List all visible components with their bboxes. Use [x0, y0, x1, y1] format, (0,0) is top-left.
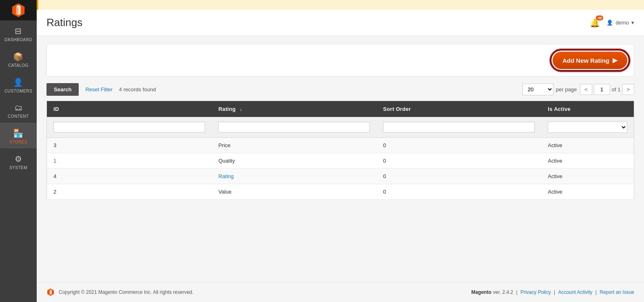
account-activity-link[interactable]: Account Activity — [558, 289, 592, 295]
sidebar: ⊟ Dashboard 📦 Catalog 👤 Customers 🗂 Cont… — [0, 0, 37, 302]
user-avatar-icon: 👤 — [606, 20, 613, 26]
cell-sort-order: 0 — [376, 184, 541, 200]
dashboard-icon: ⊟ — [15, 26, 22, 36]
footer-version: ver. 2.4.2 — [493, 289, 513, 295]
privacy-policy-link[interactable]: Privacy Policy — [520, 289, 551, 295]
reset-filter-button[interactable]: Reset Filter — [84, 83, 114, 96]
user-name: demo — [615, 20, 629, 26]
toolbar-left: Search Reset Filter 4 records found — [46, 83, 156, 96]
filter-id[interactable] — [53, 122, 205, 132]
filter-is-active[interactable]: ActiveInactive — [548, 121, 627, 133]
cell-sort-order: 0 — [376, 138, 541, 153]
page-title: Ratings — [46, 16, 82, 29]
filter-rating[interactable] — [218, 122, 370, 132]
cell-is-active: Active — [541, 184, 634, 200]
add-new-arrow-icon: ▶ — [613, 57, 617, 64]
sidebar-item-customers[interactable]: 👤 Customers — [0, 72, 37, 97]
row-id-link[interactable]: 1 — [53, 158, 56, 164]
customers-icon: 👤 — [13, 77, 24, 87]
main-content: Ratings 🔔 49 👤 demo ▾ Add New Rating ▶ — [37, 0, 644, 302]
add-new-rating-button[interactable]: Add New Rating ▶ — [553, 52, 627, 69]
cell-is-active: Active — [541, 153, 634, 169]
user-menu[interactable]: 👤 demo ▾ — [606, 20, 634, 26]
user-dropdown-icon: ▾ — [631, 20, 634, 26]
cell-rating[interactable]: Rating — [212, 169, 376, 184]
page-footer: Copyright © 2021 Magento Commerce Inc. A… — [37, 282, 644, 302]
content-area: Add New Rating ▶ Search Reset Filter 4 r… — [37, 36, 644, 282]
table-header-row: ID Rating ↓ Sort Order Is Active — [47, 101, 634, 117]
sidebar-item-label: Catalog — [8, 63, 29, 68]
ratings-table: ID Rating ↓ Sort Order Is Active — [46, 101, 634, 200]
cell-rating: Value — [212, 184, 376, 200]
search-button[interactable]: Search — [46, 83, 79, 96]
col-header-id: ID — [47, 101, 212, 117]
sidebar-item-label: Dashboard — [4, 37, 32, 42]
sort-down-icon: ↓ — [240, 106, 243, 112]
sidebar-item-label: System — [9, 165, 27, 170]
cell-sort-order: 0 — [376, 153, 541, 169]
sidebar-item-dashboard[interactable]: ⊟ Dashboard — [0, 20, 37, 46]
sidebar-item-label: Stores — [9, 140, 27, 144]
add-new-rating-label: Add New Rating — [562, 57, 609, 64]
cell-sort-order: 0 — [376, 169, 541, 184]
page-header: Ratings 🔔 49 👤 demo ▾ — [37, 10, 644, 36]
pagination: < of 1 > — [580, 84, 634, 95]
notification-bar — [37, 0, 644, 10]
per-page-selector: 20 30 50 100 200 per page — [522, 84, 577, 95]
sidebar-item-catalog[interactable]: 📦 Catalog — [0, 46, 37, 72]
table-row: 3 Price 0 Active — [47, 138, 634, 153]
sidebar-item-stores[interactable]: 🏪 Stores — [0, 123, 37, 148]
table-row: 4 Rating 0 Active — [47, 169, 634, 184]
catalog-icon: 📦 — [13, 52, 24, 62]
footer-copyright: Copyright © 2021 Magento Commerce Inc. A… — [59, 289, 193, 295]
col-header-is-active: Is Active — [541, 101, 634, 117]
cell-id: 2 — [47, 184, 212, 200]
toolbar-right: 20 30 50 100 200 per page < of 1 > — [522, 84, 634, 95]
notification-count: 49 — [596, 15, 603, 20]
sidebar-item-system[interactable]: ⚙ System — [0, 148, 37, 174]
per-page-select[interactable]: 20 30 50 100 200 — [522, 84, 553, 95]
toolbar: Search Reset Filter 4 records found 20 3… — [46, 83, 634, 96]
row-rating-link[interactable]: Rating — [218, 173, 234, 179]
report-issue-link[interactable]: Report an Issue — [600, 289, 634, 295]
prev-page-button[interactable]: < — [580, 84, 592, 95]
sidebar-item-label: Customers — [4, 89, 32, 93]
svg-marker-6 — [51, 290, 52, 295]
sidebar-logo — [0, 0, 37, 20]
cell-is-active: Active — [541, 169, 634, 184]
filter-sort-order[interactable] — [383, 122, 535, 132]
cell-rating: Quality — [212, 153, 376, 169]
footer-logo — [46, 288, 55, 296]
cell-rating: Price — [212, 138, 376, 153]
sidebar-item-label: Content — [8, 114, 29, 119]
per-page-label: per page — [556, 86, 577, 93]
col-header-rating[interactable]: Rating ↓ — [212, 101, 376, 117]
footer-right: Magento ver. 2.4.2 | Privacy Policy | Ac… — [471, 289, 634, 295]
filter-row: ActiveInactive — [47, 117, 634, 138]
col-header-sort-order: Sort Order — [376, 101, 541, 117]
table-row: 2 Value 0 Active — [47, 184, 634, 200]
cell-id[interactable]: 1 — [47, 153, 212, 169]
cell-is-active: Active — [541, 138, 634, 153]
system-icon: ⚙ — [15, 154, 22, 164]
page-total: of 1 — [612, 86, 621, 93]
table-row: 1 Quality 0 Active — [47, 153, 634, 169]
header-actions: 🔔 49 👤 demo ▾ — [590, 18, 634, 28]
action-bar: Add New Rating ▶ — [46, 44, 634, 77]
stores-icon: 🏪 — [13, 128, 24, 138]
footer-brand: Magento — [471, 289, 491, 295]
records-found: 4 records found — [119, 86, 156, 93]
content-icon: 🗂 — [14, 103, 23, 112]
sidebar-item-content[interactable]: 🗂 Content — [0, 97, 37, 123]
current-page-input[interactable] — [594, 84, 610, 95]
next-page-button[interactable]: > — [622, 84, 634, 95]
cell-id: 3 — [47, 138, 212, 153]
notification-bell[interactable]: 🔔 49 — [590, 18, 600, 28]
footer-left: Copyright © 2021 Magento Commerce Inc. A… — [46, 288, 193, 296]
cell-id: 4 — [47, 169, 212, 184]
